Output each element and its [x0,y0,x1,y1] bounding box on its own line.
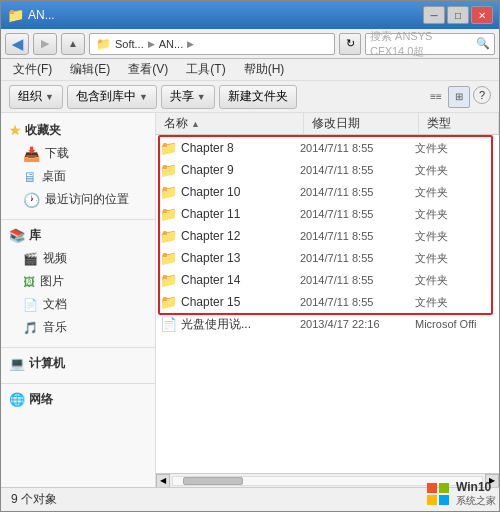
file-name-1: Chapter 9 [181,163,300,177]
addr-segment-1: Soft... [115,38,144,50]
menu-edit[interactable]: 编辑(E) [66,59,114,80]
forward-button[interactable]: ▶ [33,33,57,55]
scroll-left-button[interactable]: ◀ [156,474,170,488]
column-header: 名称 ▲ 修改日期 类型 [156,113,499,135]
file-type-3: 文件夹 [415,207,495,222]
minimize-button[interactable]: ─ [423,6,445,24]
file-item-6[interactable]: 📁 Chapter 14 2014/7/11 8:55 文件夹 [156,269,499,291]
network-section: 🌐 网络 [1,388,155,411]
view-list-button[interactable]: ≡≡ [425,86,447,108]
sidebar-item-downloads[interactable]: 📥 下载 [1,142,155,165]
view-controls: ≡≡ ⊞ ? [425,86,491,108]
network-header[interactable]: 🌐 网络 [1,388,155,411]
file-item-5[interactable]: 📁 Chapter 13 2014/7/11 8:55 文件夹 [156,247,499,269]
organize-arrow: ▼ [45,92,54,102]
file-item-7[interactable]: 📁 Chapter 15 2014/7/11 8:55 文件夹 [156,291,499,313]
folder-icon-7: 📁 [160,294,177,310]
refresh-button[interactable]: ↻ [339,33,361,55]
file-type-8: Microsof Offi [415,318,495,330]
window-title: AN... [28,8,55,22]
organize-button[interactable]: 组织 ▼ [9,85,63,109]
file-item-1[interactable]: 📁 Chapter 9 2014/7/11 8:55 文件夹 [156,159,499,181]
window-icon: 📁 [7,7,24,23]
file-item-0[interactable]: 📁 Chapter 8 2014/7/11 8:55 文件夹 [156,137,499,159]
sidebar-item-music[interactable]: 🎵 音乐 [1,316,155,339]
title-bar-left: 📁 AN... [7,7,55,23]
sidebar-separator-2 [1,347,155,348]
file-name-3: Chapter 11 [181,207,300,221]
menu-tools[interactable]: 工具(T) [182,59,229,80]
file-item-8[interactable]: 📄 光盘使用说... 2013/4/17 22:16 Microsof Offi [156,313,499,335]
col-header-date[interactable]: 修改日期 [304,113,419,134]
view-details-button[interactable]: ⊞ [448,86,470,108]
file-date-7: 2014/7/11 8:55 [300,296,415,308]
search-box[interactable]: 搜索 ANSYS CFX14.0超... 🔍 [365,33,495,55]
win10-cell-bl [427,495,437,505]
help-button[interactable]: ? [473,86,491,104]
menu-file[interactable]: 文件(F) [9,59,56,80]
content-area: ★ 收藏夹 📥 下载 🖥 桌面 🕐 最近访问的位置 [1,113,499,487]
file-name-7: Chapter 15 [181,295,300,309]
addr-arrow-1: ▶ [148,39,155,49]
address-field[interactable]: 📁 Soft... ▶ AN... ▶ [89,33,335,55]
address-bar: ◀ ▶ ▲ 📁 Soft... ▶ AN... ▶ ↻ 搜索 ANSYS CFX… [1,29,499,59]
file-date-6: 2014/7/11 8:55 [300,274,415,286]
menu-help[interactable]: 帮助(H) [240,59,289,80]
search-icon[interactable]: 🔍 [476,37,490,50]
star-icon: ★ [9,123,21,138]
file-list-container: 名称 ▲ 修改日期 类型 📁 Chapter 8 2014/7/11 8:55 [156,113,499,487]
file-item-3[interactable]: 📁 Chapter 11 2014/7/11 8:55 文件夹 [156,203,499,225]
file-type-0: 文件夹 [415,141,495,156]
library-icon: 📚 [9,228,25,243]
sidebar-item-video[interactable]: 🎬 视频 [1,247,155,270]
sidebar-item-recent[interactable]: 🕐 最近访问的位置 [1,188,155,211]
win10-cell-br [439,495,449,505]
watermark-line1: Win10 [456,480,496,494]
favorites-header[interactable]: ★ 收藏夹 [1,119,155,142]
scroll-thumb[interactable] [183,477,243,485]
addr-arrow-2: ▶ [187,39,194,49]
up-button[interactable]: ▲ [61,33,85,55]
col-header-type[interactable]: 类型 [419,113,499,134]
sidebar-item-documents[interactable]: 📄 文档 [1,293,155,316]
folder-icon-0: 📁 [160,140,177,156]
win10-cell-tr [439,483,449,493]
network-icon: 🌐 [9,392,25,407]
computer-icon: 💻 [9,356,25,371]
new-folder-button[interactable]: 新建文件夹 [219,85,297,109]
address-folder-icon: 📁 [96,37,111,51]
file-date-0: 2014/7/11 8:55 [300,142,415,154]
file-item-2[interactable]: 📁 Chapter 10 2014/7/11 8:55 文件夹 [156,181,499,203]
folder-icon-4: 📁 [160,228,177,244]
recent-icon: 🕐 [23,192,40,208]
sidebar-separator-1 [1,219,155,220]
sidebar: ★ 收藏夹 📥 下载 🖥 桌面 🕐 最近访问的位置 [1,113,156,487]
close-button[interactable]: ✕ [471,6,493,24]
file-date-5: 2014/7/11 8:55 [300,252,415,264]
back-button[interactable]: ◀ [5,33,29,55]
col-header-name[interactable]: 名称 ▲ [156,113,304,134]
desktop-icon: 🖥 [23,169,37,185]
file-name-0: Chapter 8 [181,141,300,155]
title-bar-controls: ─ □ ✕ [423,6,493,24]
computer-header[interactable]: 💻 计算机 [1,352,155,375]
share-button[interactable]: 共享 ▼ [161,85,215,109]
sidebar-separator-3 [1,383,155,384]
video-icon: 🎬 [23,252,38,266]
menu-view[interactable]: 查看(V) [124,59,172,80]
library-section: 📚 库 🎬 视频 🖼 图片 📄 文档 🎵 音乐 [1,224,155,339]
file-item-4[interactable]: 📁 Chapter 12 2014/7/11 8:55 文件夹 [156,225,499,247]
maximize-button[interactable]: □ [447,6,469,24]
file-type-5: 文件夹 [415,251,495,266]
library-header[interactable]: 📚 库 [1,224,155,247]
downloads-icon: 📥 [23,146,40,162]
sidebar-item-desktop[interactable]: 🖥 桌面 [1,165,155,188]
file-date-1: 2014/7/11 8:55 [300,164,415,176]
watermark-text: Win10 系统之家 [456,480,496,508]
include-library-button[interactable]: 包含到库中 ▼ [67,85,157,109]
win10-logo [424,480,452,508]
sidebar-item-pictures[interactable]: 🖼 图片 [1,270,155,293]
file-name-8: 光盘使用说... [181,316,300,333]
folder-icon-2: 📁 [160,184,177,200]
addr-segment-2: AN... [159,38,183,50]
